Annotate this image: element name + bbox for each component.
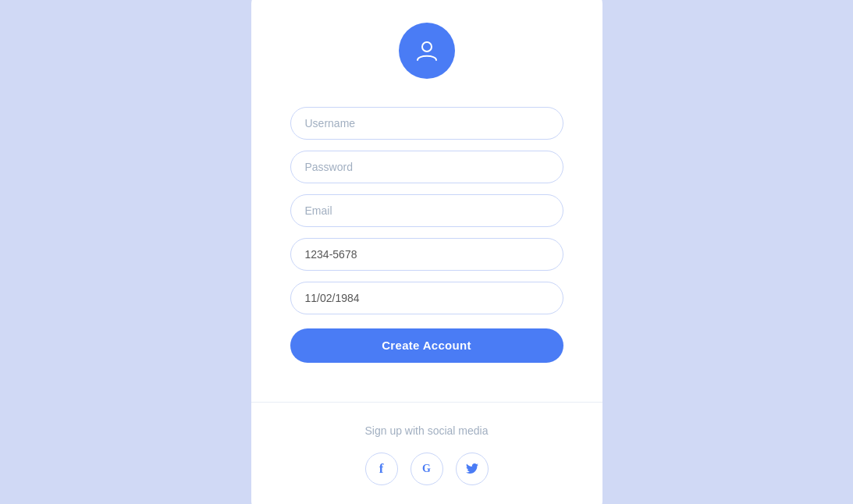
- card-top: Create Account: [251, 0, 602, 394]
- registration-card: Create Account Sign up with social media…: [251, 0, 602, 504]
- email-input[interactable]: [290, 194, 563, 227]
- phone-input[interactable]: [290, 238, 563, 271]
- dob-input[interactable]: [290, 282, 563, 314]
- google-button[interactable]: G: [411, 453, 443, 485]
- avatar: [399, 23, 455, 79]
- card-bottom: Sign up with social media f G: [251, 403, 602, 505]
- google-icon: G: [422, 463, 431, 475]
- password-input[interactable]: [290, 151, 563, 183]
- user-icon: [413, 37, 441, 65]
- facebook-icon: f: [379, 461, 384, 477]
- twitter-icon: [466, 463, 478, 474]
- svg-point-0: [422, 42, 432, 51]
- form-fields: Create Account: [290, 107, 563, 363]
- twitter-button[interactable]: [456, 453, 489, 485]
- social-icons-group: f G: [365, 453, 489, 485]
- username-input[interactable]: [290, 107, 563, 140]
- create-account-button[interactable]: Create Account: [290, 328, 563, 363]
- social-media-label: Sign up with social media: [365, 424, 489, 437]
- facebook-button[interactable]: f: [365, 453, 398, 485]
